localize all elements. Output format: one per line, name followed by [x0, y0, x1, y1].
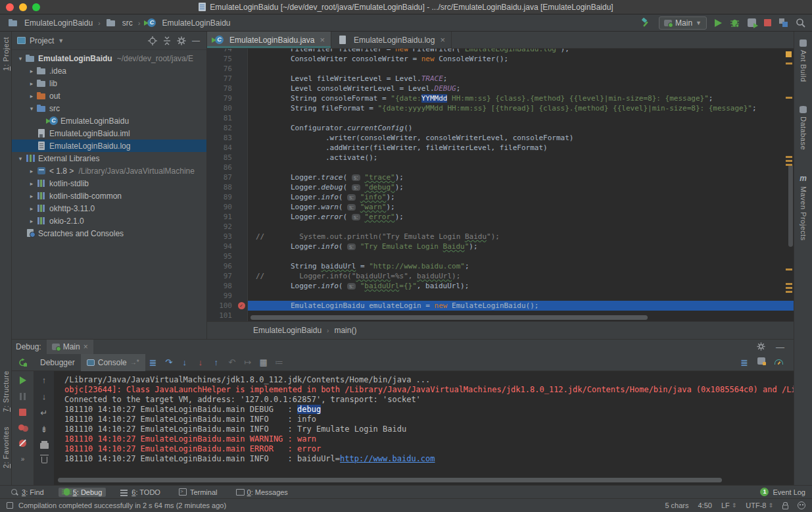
tree-collapse-arrow[interactable]: ▾ [16, 55, 25, 62]
project-view-selector[interactable]: Project [30, 36, 54, 45]
resume-program-button[interactable] [20, 376, 26, 384]
hide-panel-icon[interactable]: — [776, 342, 784, 352]
toolwindow-button-6-todo[interactable]: 6: TODO [116, 488, 164, 497]
caret-position[interactable]: 4:50 [698, 501, 711, 509]
tree-item-lib[interactable]: ▸lib [12, 77, 206, 90]
tool-button-2-favorites[interactable]: 2: Favorites [2, 426, 10, 468]
debug-button[interactable] [730, 18, 740, 28]
tree-item-kotlin-stdlib-common[interactable]: ▸kotlin-stdlib-common [12, 190, 206, 202]
more-actions-button[interactable]: » [21, 455, 25, 463]
build-hammer-icon[interactable] [641, 18, 651, 28]
minimize-window-button[interactable] [19, 3, 27, 11]
run-with-coverage-button[interactable] [748, 18, 756, 27]
run-button[interactable] [715, 19, 722, 27]
tab-console[interactable]: Console →* [81, 354, 145, 371]
close-icon[interactable]: × [440, 35, 445, 45]
tree-collapse-arrow[interactable]: ▾ [16, 155, 25, 162]
tree-item-emulateloginbaidu-iml[interactable]: EmulateLoginBaidu.iml [12, 127, 206, 140]
tree-expand-arrow[interactable]: ▸ [27, 193, 36, 199]
tool-button-1-project[interactable]: 1: Project [2, 37, 10, 70]
debug-console-output[interactable]: /Library/Java/JavaVirtualMachines/jdk1.8… [54, 371, 794, 485]
tab-debugger[interactable]: Debugger [34, 354, 81, 371]
tab-emulateloginbaidu-log[interactable]: EmulateLoginBaidu.log× [331, 32, 452, 48]
console-hyperlink[interactable]: http://www.baidu.com [340, 454, 435, 463]
evaluate-expression-icon[interactable]: ▦ [256, 357, 272, 367]
tree-item-okhttp-3-11-0[interactable]: ▸okhttp-3.11.0 [12, 202, 206, 215]
hide-panel-icon[interactable]: — [191, 36, 201, 45]
tree-item-kotlin-stdlib[interactable]: ▸kotlin-stdlib [12, 177, 206, 190]
rerun-icon[interactable] [18, 358, 28, 367]
collapse-all-icon[interactable] [162, 36, 172, 45]
tree-item-okio-2-1-0[interactable]: ▸okio-2.1.0 [12, 215, 206, 227]
memory-gauge-icon[interactable] [775, 359, 783, 365]
scroll-to-end-icon[interactable]: ⇟ [41, 424, 48, 434]
soft-wrap-icon[interactable]: ↵ [41, 408, 48, 418]
tool-button-maven-projects[interactable]: mMaven Projects [800, 174, 807, 241]
gutter-icon-area[interactable]: ✓ [235, 301, 248, 311]
code-editor[interactable]: 74 FileWriter fileWriter = new FileWrite… [207, 49, 794, 321]
prev-occurrence-icon[interactable]: ↑ [42, 375, 47, 385]
toolwindow-button-5-debug[interactable]: 5: Debug [59, 488, 107, 497]
locate-file-icon[interactable] [147, 36, 158, 45]
breakpoint-icon[interactable]: ✓ [238, 302, 245, 309]
search-everywhere-icon[interactable] [796, 18, 805, 28]
restore-layout-icon[interactable] [740, 357, 748, 368]
tree-item-external-libraries[interactable]: ▾External Libraries [12, 152, 206, 165]
tree-expand-arrow[interactable]: ▸ [27, 168, 36, 174]
tree-item-src[interactable]: ▾src [12, 102, 206, 115]
tree-collapse-arrow[interactable]: ▾ [27, 105, 36, 112]
tree-item-emulateloginbaidu[interactable]: ▾EmulateLoginBaidu~/dev/dev_root/java/E [12, 52, 206, 64]
project-structure-button[interactable] [779, 18, 788, 27]
tree-expand-arrow[interactable]: ▸ [27, 180, 36, 187]
tree-item-1-8[interactable]: ▸< 1.8 >/Library/Java/JavaVirtualMachine [12, 165, 206, 177]
console-horizontal-scrollbar[interactable] [58, 478, 722, 482]
tree-expand-arrow[interactable]: ▸ [27, 68, 36, 74]
force-step-into-icon[interactable]: ↓ [193, 357, 208, 367]
snapshot-icon[interactable] [757, 357, 765, 365]
tree-item-idea[interactable]: ▸.idea [12, 64, 206, 77]
lock-icon[interactable] [782, 505, 788, 509]
editor-vertical-scrollbar[interactable] [788, 165, 793, 247]
gear-icon[interactable] [176, 36, 187, 45]
tree-item-emulateloginbaidu-log[interactable]: EmulateLoginBaidu.log [12, 140, 206, 152]
close-icon[interactable]: × [84, 342, 88, 351]
show-execution-point-icon[interactable] [145, 357, 161, 368]
line-ending-select[interactable]: LF ⇕ [721, 501, 736, 509]
gear-icon[interactable] [757, 342, 765, 351]
editor-breadcrumb-emulateloginbaidu[interactable]: EmulateLoginBaidu [253, 326, 322, 335]
tree-expand-arrow[interactable]: ▸ [27, 218, 36, 224]
debug-session-tab[interactable]: Main × [47, 340, 93, 354]
tool-button-database[interactable]: Database [800, 106, 807, 150]
step-over-icon[interactable]: ↷ [161, 357, 177, 367]
step-out-icon[interactable]: ↑ [208, 357, 224, 367]
toolwindow-button-3-find[interactable]: 3: Find [7, 488, 48, 497]
tab-emulateloginbaidu-java[interactable]: EmulateLoginBaidu.java× [207, 32, 331, 48]
editor-breadcrumb-main[interactable]: main() [334, 326, 356, 335]
trace-settings-icon[interactable]: ≔ [272, 357, 287, 367]
print-icon[interactable] [40, 443, 49, 449]
tree-expand-arrow[interactable]: ▸ [27, 205, 36, 212]
close-icon[interactable]: × [320, 35, 325, 45]
encoding-select[interactable]: UTF-8 ⇕ [746, 501, 773, 509]
clear-console-icon[interactable] [41, 457, 47, 463]
close-window-button[interactable] [6, 3, 14, 11]
theme-face-icon[interactable] [798, 501, 805, 509]
stop-button[interactable] [764, 19, 771, 26]
toolwindow-button-terminal[interactable]: Terminal [175, 488, 222, 497]
tree-item-scratches-and-consoles[interactable]: Scratches and Consoles [12, 227, 206, 240]
event-log-button[interactable]: 1 Event Log [760, 488, 805, 496]
tool-button-ant-build[interactable]: Ant Build [800, 39, 807, 82]
view-breakpoints-button[interactable] [18, 424, 28, 431]
tree-item-emulateloginbaidu[interactable]: EmulateLoginBaidu [12, 115, 206, 127]
tree-item-out[interactable]: ▸out [12, 90, 206, 102]
tree-expand-arrow[interactable]: ▸ [27, 93, 36, 99]
tree-expand-arrow[interactable]: ▸ [27, 80, 36, 87]
stop-button[interactable] [19, 409, 26, 416]
breadcrumb-item-emulateloginbaidu[interactable]: EmulateLoginBaidu [7, 18, 94, 28]
breadcrumb-item-src[interactable]: src [105, 18, 134, 28]
next-occurrence-icon[interactable]: ↓ [42, 392, 47, 401]
breadcrumb-item-emulateloginbaidu[interactable]: EmulateLoginBaidu [144, 18, 231, 28]
run-configuration-select[interactable]: Main ▼ [659, 16, 707, 30]
toolwindow-toggle-icon[interactable] [7, 502, 13, 509]
toolwindow-button-0-messages[interactable]: 0: Messages [232, 488, 292, 497]
